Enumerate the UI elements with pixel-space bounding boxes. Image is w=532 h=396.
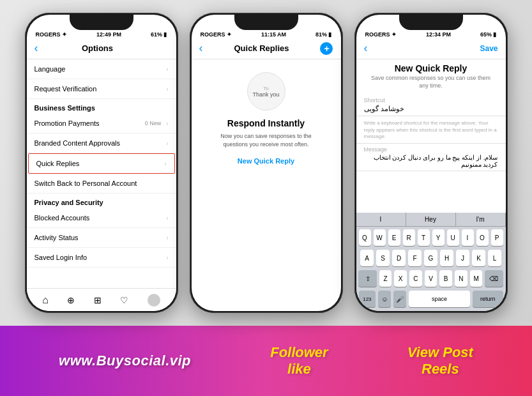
menu-switch-account-label: Switch Back to Personal Account (34, 179, 137, 187)
phone-1-screen: ROGERS ✦ 12:49 PM 61% ▮ ‹ Options Langua… (27, 15, 176, 311)
phone-1-bottom-nav: ⌂ ⊕ ⊞ ♡ (27, 288, 176, 311)
keyboard-row-3: ⇧ Z X C V B N M ⌫ (356, 268, 506, 288)
bottom-banner: www.Buysocial.vip Follower like View Pos… (0, 326, 532, 396)
key-p[interactable]: P (491, 229, 503, 246)
keyboard-row-2: A S D F G H J K L (356, 247, 506, 268)
menu-activity-status[interactable]: Activity Status › (27, 228, 176, 248)
key-x[interactable]: X (394, 270, 407, 287)
keyboard-row-4: 123 ☺ 🎤 space return (356, 288, 506, 311)
key-q[interactable]: Q (359, 229, 371, 246)
key-shift[interactable]: ⇧ (358, 270, 376, 287)
key-m[interactable]: M (470, 270, 483, 287)
phone-2-back-button[interactable]: ‹ (199, 42, 203, 55)
menu-saved-login[interactable]: Saved Login Info › (27, 248, 176, 268)
banner-reels: Reels (407, 361, 473, 377)
shortcut-value[interactable]: خوشامد گویی (364, 105, 498, 113)
phone-3-save-button[interactable]: Save (480, 44, 498, 53)
key-emoji[interactable]: ☺ (378, 291, 391, 307)
key-t[interactable]: T (418, 229, 430, 246)
phone-1-carrier: ROGERS ✦ (36, 31, 68, 38)
phone-2-screen: ROGERS ✦ 11:15 AM 81% ▮ ‹ Quick Replies … (192, 15, 341, 311)
banner-right-text: View Post Reels (407, 344, 473, 378)
key-123[interactable]: 123 (359, 291, 376, 307)
menu-branded-content-label: Branded Content Approvals (34, 139, 121, 147)
key-h[interactable]: H (440, 250, 453, 266)
phone-1-battery: 61% ▮ (151, 31, 167, 38)
search-icon[interactable]: ⊕ (67, 295, 75, 305)
qr-to-label: To (252, 86, 279, 91)
key-y[interactable]: Y (432, 229, 445, 246)
phone-3-back-button[interactable]: ‹ (364, 42, 368, 55)
banner-follower: Follower (270, 344, 328, 361)
phone-3-time: 12:34 PM (426, 31, 451, 38)
banner-center-text: Follower like (270, 344, 328, 378)
key-g[interactable]: G (424, 250, 437, 266)
key-w[interactable]: W (374, 229, 386, 246)
chevron-icon: › (166, 140, 168, 147)
menu-quick-replies[interactable]: Quick Replies › (28, 153, 175, 174)
phone-2-time: 11:15 AM (261, 31, 286, 38)
key-k[interactable]: K (472, 250, 485, 266)
key-a[interactable]: A (360, 250, 374, 266)
menu-request-verification[interactable]: Request Verification › (27, 79, 176, 99)
key-n[interactable]: N (455, 270, 467, 287)
key-u[interactable]: U (447, 229, 459, 246)
phones-area: ROGERS ✦ 12:49 PM 61% ▮ ‹ Options Langua… (0, 0, 532, 326)
suggestion-i[interactable]: I (356, 213, 406, 226)
new-quick-reply-link[interactable]: New Quick Reply (238, 157, 294, 165)
chevron-icon: › (166, 120, 168, 127)
suggestion-hey[interactable]: Hey (406, 213, 456, 226)
key-z[interactable]: Z (379, 270, 392, 287)
menu-branded-content[interactable]: Branded Content Approvals › (27, 133, 176, 153)
menu-quick-replies-label: Quick Replies (36, 160, 80, 167)
phone-1: ROGERS ✦ 12:49 PM 61% ▮ ‹ Options Langua… (25, 13, 178, 313)
chevron-icon: › (166, 234, 168, 241)
menu-blocked-accounts[interactable]: Blocked Accounts › (27, 208, 176, 228)
key-v[interactable]: V (425, 270, 437, 287)
add-quick-reply-button[interactable]: + (320, 42, 333, 55)
key-j[interactable]: J (456, 250, 469, 266)
key-o[interactable]: O (476, 229, 489, 246)
profile-icon[interactable] (148, 294, 160, 307)
key-return[interactable]: return (473, 291, 503, 307)
key-d[interactable]: D (392, 250, 406, 266)
chevron-icon: › (166, 215, 168, 222)
key-e[interactable]: E (388, 229, 400, 246)
key-i[interactable]: I (462, 229, 474, 246)
key-s[interactable]: S (376, 250, 390, 266)
heart-icon[interactable]: ♡ (120, 295, 128, 305)
menu-switch-account[interactable]: Switch Back to Personal Account (27, 174, 176, 194)
website-url[interactable]: www.Buysocial.vip (59, 353, 191, 369)
key-space[interactable]: space (409, 291, 469, 307)
phone-2-battery: 81% ▮ (315, 31, 332, 38)
qr-illustration: To Thank you (247, 72, 285, 110)
suggestion-im[interactable]: I'm (456, 213, 506, 226)
banner-view-post: View Post (407, 344, 473, 361)
key-delete[interactable]: ⌫ (485, 270, 503, 287)
menu-promotion-payments[interactable]: Promotion Payments 0 New › (27, 114, 176, 133)
post-icon[interactable]: ⊞ (94, 295, 102, 305)
phone-1-back-button[interactable]: ‹ (34, 42, 38, 55)
chevron-icon: › (166, 66, 168, 73)
key-r[interactable]: R (403, 229, 415, 246)
new-quick-reply-screen: New Quick Reply Save common responses so… (356, 59, 506, 171)
menu-saved-login-label: Saved Login Info (34, 254, 87, 261)
key-mic[interactable]: 🎤 (393, 291, 406, 307)
chevron-icon: › (166, 254, 168, 261)
key-b[interactable]: B (439, 270, 452, 287)
key-l[interactable]: L (488, 250, 501, 266)
shortcut-hint-section: Write a keyboard shortcut for the messag… (356, 116, 506, 143)
phone-3-nav: ‹ Save (356, 39, 506, 59)
new-qr-title: New Quick Reply (356, 59, 506, 75)
key-f[interactable]: F (408, 250, 422, 266)
message-value[interactable]: سلام. از اینکه پیج ما رو برای دنبال کردن… (364, 154, 498, 168)
shortcut-field: Shortcut خوشامد گویی (356, 95, 506, 116)
respond-instantly-desc: Now you can save responses to the questi… (215, 132, 317, 148)
home-icon[interactable]: ⌂ (42, 294, 49, 306)
message-field: Message سلام. از اینکه پیج ما رو برای دن… (356, 144, 506, 171)
shortcut-label: Shortcut (364, 97, 498, 103)
keyboard-row-1: Q W E R T Y U I O P (356, 227, 506, 247)
key-c[interactable]: C (409, 270, 422, 287)
menu-language[interactable]: Language › (27, 59, 176, 79)
message-label: Message (364, 146, 498, 153)
